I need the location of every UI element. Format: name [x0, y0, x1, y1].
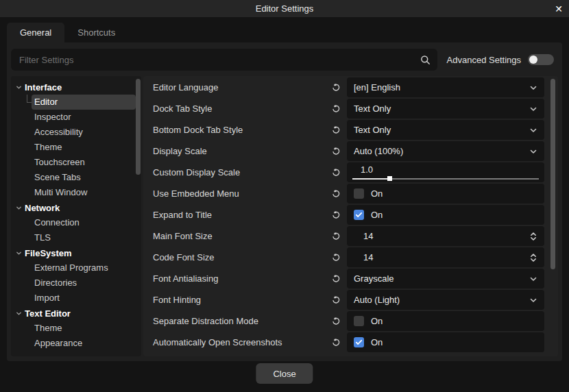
checkbox-row[interactable]: On [347, 332, 544, 352]
checkbox-row[interactable]: On [347, 184, 544, 204]
updown-icon[interactable] [529, 253, 537, 262]
dropdown-value: Auto (100%) [354, 146, 403, 156]
updown-icon[interactable] [529, 232, 537, 241]
slider[interactable]: 1.0 [347, 162, 544, 182]
revert-icon[interactable] [331, 295, 341, 305]
setting-label: Font Hinting [153, 295, 201, 305]
tree-section[interactable]: Interface [11, 79, 141, 95]
setting-label-area: Expand to Title [143, 204, 347, 225]
checkbox[interactable] [354, 188, 364, 199]
search-input[interactable] [18, 54, 415, 66]
slider-track[interactable] [352, 178, 539, 180]
spinbox[interactable]: 14 [347, 247, 544, 267]
settings-row: Code Font Size 14 [143, 247, 558, 268]
dropdown[interactable]: [en] English [347, 77, 544, 97]
tree-section-label: FileSystem [25, 248, 72, 258]
tree-item[interactable]: Theme [32, 140, 136, 155]
chevron-down-icon [529, 147, 537, 156]
setting-label: Bottom Dock Tab Style [153, 125, 243, 135]
slider-value: 1.0 [361, 164, 373, 175]
revert-icon[interactable] [331, 125, 341, 135]
checkbox-row[interactable]: On [347, 205, 544, 225]
tab-bar: GeneralShortcuts [7, 23, 128, 42]
settings-row: Font Antialiasing Grayscale [143, 268, 558, 289]
chevron-down-icon [529, 275, 537, 283]
setting-label: Custom Display Scale [153, 167, 240, 177]
spinbox-value: 14 [363, 252, 373, 262]
revert-icon[interactable] [331, 147, 341, 156]
tree-item[interactable]: Connection [32, 215, 136, 230]
slider-fill [352, 178, 389, 180]
tab-shortcuts[interactable]: Shortcuts [64, 23, 128, 42]
setting-label-area: Font Antialiasing [143, 268, 347, 289]
settings-row: Automatically Open Screenshots On [143, 332, 558, 353]
tree-item[interactable]: Touchscreen [32, 155, 136, 170]
tree-item[interactable]: Scene Tabs [32, 170, 136, 185]
dropdown[interactable]: Auto (100%) [347, 141, 544, 161]
tree-item[interactable]: TLS [32, 230, 136, 245]
content-columns: Interface Editor Inspector Accessibility… [11, 76, 558, 356]
toggle-knob [529, 56, 537, 64]
tree-item[interactable]: Accessibility [32, 125, 136, 140]
close-icon[interactable]: ✕ [555, 0, 563, 17]
dropdown[interactable]: Grayscale [347, 269, 544, 289]
checkbox-row[interactable]: On [347, 311, 544, 331]
close-button[interactable]: Close [256, 363, 313, 384]
dropdown[interactable]: Auto (Light) [347, 290, 544, 310]
spinbox[interactable]: 14 [347, 226, 544, 246]
revert-icon[interactable] [331, 210, 341, 220]
dropdown-value: Text Only [354, 103, 391, 114]
revert-icon[interactable] [331, 189, 341, 199]
revert-icon[interactable] [331, 168, 341, 177]
dropdown[interactable]: Text Only [347, 99, 544, 119]
tree-section[interactable]: Network [11, 200, 141, 215]
checkbox[interactable] [354, 316, 364, 326]
revert-icon[interactable] [331, 83, 341, 93]
revert-icon[interactable] [331, 253, 341, 262]
tree-section[interactable]: Text Editor [11, 306, 141, 321]
revert-icon[interactable] [331, 104, 341, 114]
revert-icon[interactable] [331, 317, 341, 326]
setting-label-area: Display Scale [143, 140, 347, 162]
tree-item[interactable]: Theme [32, 321, 136, 336]
tree-item-label: Touchscreen [34, 157, 85, 167]
slider-handle[interactable] [387, 176, 392, 181]
chevron-down-icon [529, 84, 537, 92]
tab-general[interactable]: General [7, 23, 64, 42]
tree-item-label: Connection [34, 217, 80, 228]
revert-icon[interactable] [331, 232, 341, 241]
settings-row: Display Scale Auto (100%) [143, 140, 558, 162]
settings-row: Custom Display Scale 1.0 [143, 162, 558, 183]
checkbox-label: On [371, 337, 383, 347]
dropdown-value: Auto (Light) [354, 295, 400, 305]
revert-icon[interactable] [331, 338, 341, 347]
settings-scrollbar-thumb[interactable] [550, 79, 555, 269]
settings-list-panel: Editor Language [en] English Dock Tab St… [143, 76, 558, 356]
advanced-settings-toggle[interactable] [528, 54, 554, 65]
search-icon [420, 55, 431, 65]
tree-item[interactable]: External Programs [32, 260, 136, 275]
tree-item[interactable]: Appearance [32, 336, 136, 351]
tree-item-label: Theme [34, 142, 62, 152]
tree-item[interactable]: Editor [32, 95, 136, 110]
tree-item[interactable]: Multi Window [32, 185, 136, 200]
tree-scrollbar-thumb[interactable] [136, 79, 141, 175]
tree-item[interactable]: Directories [32, 275, 136, 291]
spinbox-value: 14 [363, 231, 373, 241]
tab-label: Shortcuts [77, 27, 115, 38]
dropdown[interactable]: Text Only [347, 120, 544, 140]
settings-row: Editor Language [en] English [143, 77, 558, 98]
checkbox[interactable] [354, 210, 364, 220]
tree-section[interactable]: FileSystem [11, 245, 141, 260]
setting-label: Font Antialiasing [153, 273, 218, 284]
search-box[interactable] [11, 49, 437, 71]
setting-label: Editor Language [153, 82, 218, 93]
tree-item[interactable]: Inspector [32, 110, 136, 125]
tree-item[interactable]: Import [32, 291, 136, 306]
setting-label: Main Font Size [153, 231, 213, 241]
dropdown-value: Text Only [354, 125, 391, 135]
filter-row: Advanced Settings [11, 49, 558, 71]
checkbox[interactable] [354, 337, 364, 347]
revert-icon[interactable] [331, 274, 341, 284]
setting-label-area: Automatically Open Screenshots [143, 332, 347, 353]
